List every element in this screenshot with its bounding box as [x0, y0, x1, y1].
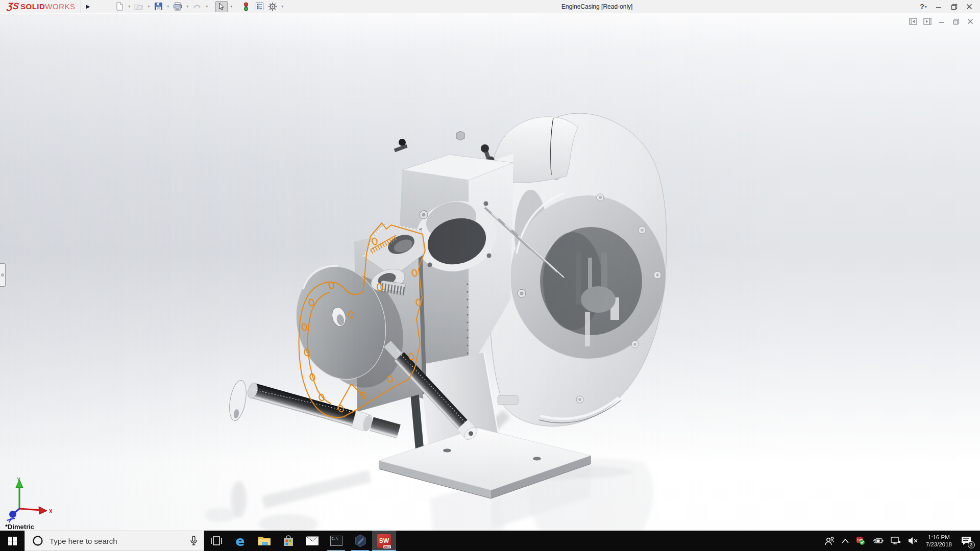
- pane-collapse-left-button[interactable]: [908, 17, 919, 26]
- print-button[interactable]: [172, 1, 184, 12]
- triad-x-label: X: [49, 509, 53, 514]
- clock-date: 7/23/2018: [926, 541, 952, 548]
- restore-button[interactable]: [946, 0, 962, 13]
- solidworks-resource-monitor[interactable]: SW: [852, 531, 869, 551]
- edge-icon: e: [235, 533, 244, 549]
- options-gear-icon: [268, 2, 277, 11]
- ethernet-icon: [891, 537, 901, 545]
- graphics-viewport[interactable]: Y X *Dimetric: [0, 14, 980, 531]
- microphone-icon[interactable]: [190, 536, 198, 546]
- triad-y-label: Y: [17, 477, 21, 483]
- open-document-button[interactable]: [133, 1, 145, 12]
- side-cover-assembly[interactable]: [284, 224, 427, 412]
- sw-year: 2017: [383, 545, 391, 548]
- notification-badge: 3: [968, 541, 975, 548]
- save-caret[interactable]: ▾: [165, 4, 170, 9]
- mail-button[interactable]: [300, 531, 324, 551]
- open-folder-icon: [134, 2, 143, 11]
- close-icon: [966, 4, 972, 10]
- new-document-icon: [115, 2, 124, 11]
- volume-button[interactable]: [904, 531, 922, 551]
- engine-casing-model[interactable]: [0, 14, 980, 531]
- doc-restore-icon: [953, 18, 960, 25]
- clock[interactable]: 1:16 PM 7/23/2018: [922, 534, 956, 548]
- chevron-up-icon: [842, 539, 849, 543]
- file-explorer-button[interactable]: [252, 531, 276, 551]
- volume-muted-icon: [908, 537, 918, 545]
- new-document-button[interactable]: [113, 1, 126, 12]
- select-tool-button[interactable]: [215, 1, 228, 12]
- help-button[interactable]: ? ▾: [916, 0, 931, 13]
- undo-button[interactable]: [191, 1, 203, 12]
- tray-overflow-button[interactable]: [838, 531, 852, 551]
- system-tray: SW: [821, 531, 980, 551]
- options-button[interactable]: [266, 1, 279, 12]
- mail-icon: [306, 536, 319, 546]
- open-caret[interactable]: ▾: [146, 4, 151, 9]
- solidworks-logo: ƷS SOLID WORKS: [0, 0, 81, 13]
- solidworks-app-icon: SW 2017: [377, 534, 391, 548]
- x-axis-arrow: [39, 507, 47, 514]
- help-caret[interactable]: ▾: [925, 5, 927, 9]
- splitter-dot-icon: [1, 273, 4, 277]
- title-bar: ƷS SOLID WORKS ▶ ▾ ▾: [0, 0, 980, 13]
- file-explorer-icon: [258, 535, 271, 546]
- hexagon-app-button[interactable]: [348, 531, 372, 551]
- people-button[interactable]: [821, 531, 838, 551]
- select-cursor-icon: [218, 3, 225, 11]
- select-caret[interactable]: ▾: [229, 4, 234, 9]
- window-controls: ? ▾: [916, 0, 977, 13]
- print-caret[interactable]: ▾: [185, 4, 190, 9]
- rebuild-button[interactable]: [240, 1, 252, 12]
- store-icon: [283, 535, 294, 547]
- windows-logo-icon: [8, 537, 17, 545]
- people-icon: [824, 536, 835, 545]
- solidworks-app-button[interactable]: SW 2017: [372, 531, 396, 551]
- document-window-controls: [908, 17, 976, 26]
- file-properties-icon: [255, 2, 264, 11]
- store-button[interactable]: [276, 531, 300, 551]
- close-button[interactable]: [962, 0, 977, 13]
- menu-flyout-button[interactable]: ▶: [81, 0, 95, 13]
- z-axis-head: [9, 511, 16, 518]
- sw-letters: SW: [379, 537, 389, 544]
- quick-toolbar: ▾ ▾ ▾: [113, 1, 285, 12]
- clock-time: 1:16 PM: [926, 534, 952, 541]
- command-prompt-icon: C:\: [330, 536, 342, 546]
- start-button[interactable]: [0, 531, 24, 551]
- save-button[interactable]: [152, 1, 164, 12]
- minimize-icon: [936, 4, 942, 10]
- pane-right-icon: [923, 18, 932, 25]
- doc-minimize-icon: [939, 18, 945, 24]
- new-caret[interactable]: ▾: [127, 4, 132, 9]
- doc-close-icon: [967, 18, 973, 24]
- power-button[interactable]: [869, 531, 887, 551]
- search-input[interactable]: Type here to search: [24, 531, 204, 551]
- cmd-prompt-text: C:\: [332, 537, 338, 541]
- network-button[interactable]: [887, 531, 904, 551]
- brand-solid: SOLID: [20, 2, 45, 11]
- command-prompt-button[interactable]: C:\: [324, 531, 348, 551]
- options-caret[interactable]: ▾: [280, 4, 285, 9]
- doc-restore-button[interactable]: [950, 17, 962, 26]
- hexagon-app-icon: [354, 534, 367, 547]
- brand-works: WORKS: [45, 2, 75, 11]
- save-floppy-icon: [154, 2, 163, 11]
- reference-triad: Y X: [0, 475, 56, 527]
- help-label: ?: [920, 3, 924, 11]
- minimize-button[interactable]: [931, 0, 946, 13]
- file-properties-button[interactable]: [253, 1, 265, 12]
- pane-expand-right-button[interactable]: [922, 17, 933, 26]
- task-view-button[interactable]: [204, 531, 228, 551]
- doc-minimize-button[interactable]: [936, 17, 947, 26]
- task-view-icon: [211, 536, 222, 546]
- battery-plug-icon: [872, 537, 884, 544]
- restore-icon: [951, 4, 958, 10]
- edge-button[interactable]: e: [228, 531, 252, 551]
- undo-caret[interactable]: ▾: [204, 4, 209, 9]
- doc-close-button[interactable]: [965, 17, 976, 26]
- rebuild-stoplight-icon: [243, 2, 249, 11]
- action-center-button[interactable]: 3: [956, 531, 976, 551]
- feature-manager-collapsed-tab[interactable]: [0, 263, 6, 287]
- ds-logo-icon: ƷS: [7, 1, 20, 12]
